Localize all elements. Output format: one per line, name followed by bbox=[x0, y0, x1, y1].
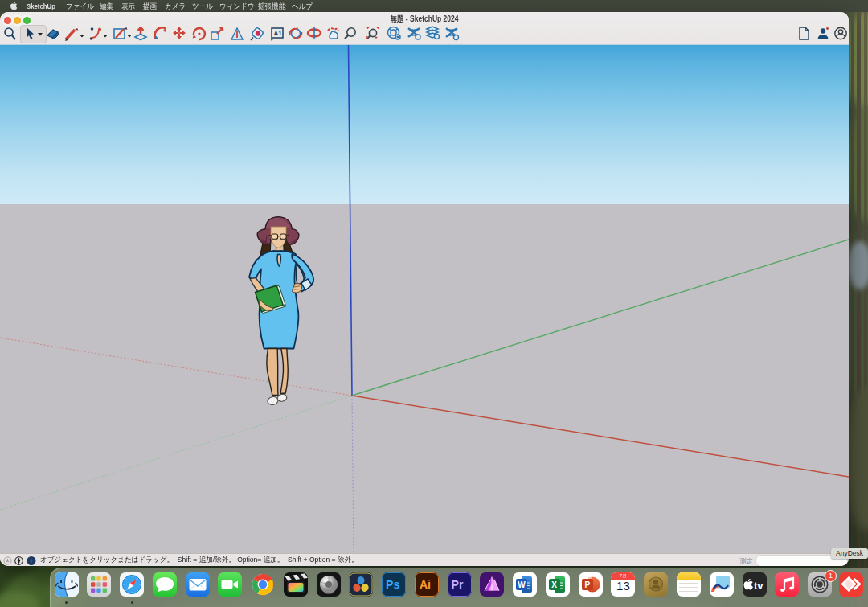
svg-text:tv: tv bbox=[754, 580, 764, 592]
svg-text:P: P bbox=[584, 580, 590, 589]
svg-text:A1: A1 bbox=[274, 30, 283, 37]
svg-text:W: W bbox=[518, 580, 526, 589]
svg-text:X: X bbox=[551, 580, 557, 589]
